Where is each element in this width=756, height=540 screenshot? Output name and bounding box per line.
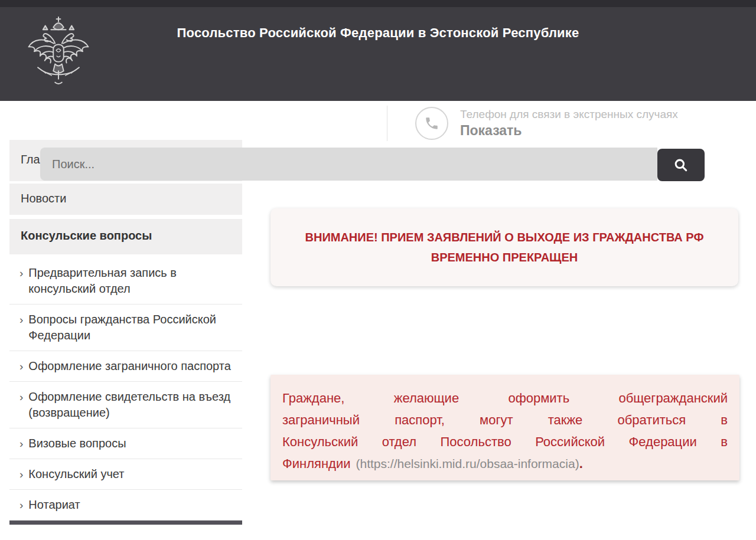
sidebar-item-label: Новости (21, 192, 66, 205)
sidebar-subitem-label: Нотариат (28, 497, 80, 513)
sidebar-subitem-citizenship[interactable]: › Вопросы гражданства Российской Федерац… (9, 305, 242, 351)
sidebar-subitem-consular-registration[interactable]: › Консульский учет (9, 459, 242, 490)
warning-notice-card: ВНИМАНИЕ! ПРИЕМ ЗАЯВЛЕНИЙ О ВЫХОДЕ ИЗ ГР… (271, 208, 738, 286)
chevron-right-icon: › (19, 358, 23, 374)
helsinki-embassy-link[interactable]: (https://helsinki.mid.ru/obsaa-informaci… (356, 457, 579, 470)
sidebar-subitem-entry-certificates[interactable]: › Оформление свидетельств на въезд (возв… (9, 382, 242, 428)
chevron-right-icon: › (19, 265, 23, 281)
sidebar-subitem-visa-questions[interactable]: › Визовые вопросы (9, 428, 242, 459)
info-notice-card: Граждане, желающие оформить общегражданс… (271, 375, 739, 480)
sidebar-subitem-notary[interactable]: › Нотариат (9, 490, 242, 521)
sidebar-nav: Главная Новости Консульские вопросы › Пр… (9, 140, 242, 525)
search-button[interactable] (657, 149, 705, 181)
chevron-right-icon: › (19, 466, 23, 482)
search-icon (673, 158, 689, 173)
sidebar-subitem-label: Оформление свидетельств на въезд (возвра… (28, 389, 237, 421)
sidebar-subitem-label: Оформление заграничного паспорта (28, 358, 231, 374)
sidebar-subitem-label: Визовые вопросы (28, 436, 126, 451)
chevron-right-icon: › (19, 436, 23, 451)
info-notice-line: Консульский отдел Посольство Российской … (282, 431, 728, 453)
emergency-phone-block: Телефон для связи в экстренных случаях П… (387, 106, 678, 141)
sidebar-item-label: Консульские вопросы (21, 229, 152, 242)
show-phone-button[interactable]: Показать (460, 123, 678, 139)
sidebar-item-consular-questions[interactable]: Консульские вопросы (9, 219, 242, 254)
sidebar-subitem-label: Предварительная запись в консульский отд… (28, 265, 237, 297)
phone-icon (415, 107, 448, 140)
chevron-right-icon: › (19, 312, 23, 328)
sidebar-subitem-label: Консульский учет (28, 466, 124, 482)
page: Посольство Российской Федерации в Эстонс… (0, 0, 756, 540)
info-notice-line: Финляндии(https://helsinki.mid.ru/obsaa-… (282, 453, 728, 474)
sidebar-subitem-appointment[interactable]: › Предварительная запись в консульский о… (9, 258, 242, 305)
info-notice-highlight: Финляндии (282, 456, 350, 471)
sidebar-subitem-foreign-passport[interactable]: › Оформление заграничного паспорта (9, 351, 242, 382)
header-top-strip (0, 0, 756, 7)
site-header: Посольство Российской Федерации в Эстонс… (0, 0, 756, 101)
info-notice-line: заграничный паспорт, могут также обратит… (282, 409, 728, 431)
emergency-phone-label: Телефон для связи в экстренных случаях (460, 108, 678, 121)
sidebar-subitem-label: Вопросы гражданства Российской Федерации (28, 312, 237, 343)
info-notice-line: Граждане, желающие оформить общегражданс… (282, 387, 728, 409)
page-title: Посольство Российской Федерации в Эстонс… (0, 25, 756, 41)
warning-notice-line: ВРЕМЕННО ПРЕКРАЩЕН (431, 247, 578, 267)
warning-notice-line: ВНИМАНИЕ! ПРИЕМ ЗАЯВЛЕНИЙ О ВЫХОДЕ ИЗ ГР… (305, 227, 704, 247)
sidebar-item-news[interactable]: Новости (9, 184, 242, 215)
chevron-right-icon: › (19, 497, 23, 513)
chevron-right-icon: › (19, 389, 23, 405)
sidebar-next-section-edge (9, 521, 242, 525)
info-notice-period: . (579, 456, 583, 471)
search-input[interactable] (40, 148, 657, 181)
